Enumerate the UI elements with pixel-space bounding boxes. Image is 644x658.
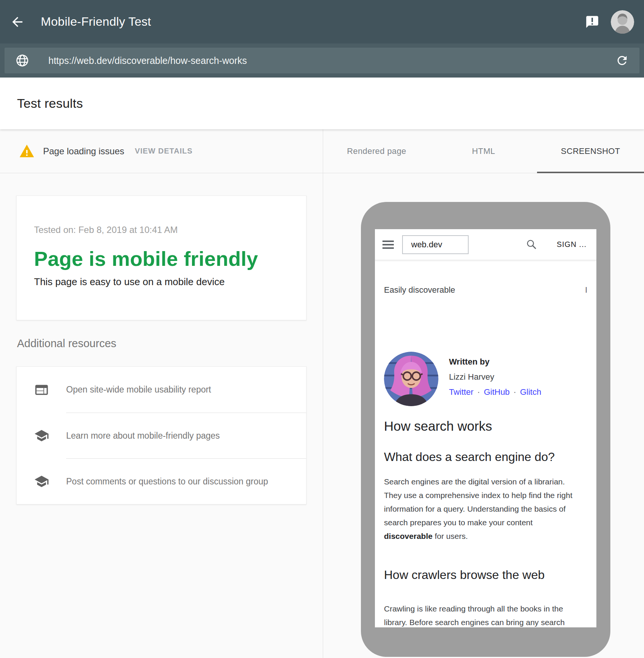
section-heading-search-engine: What does a search engine do? [384, 449, 587, 464]
refresh-icon[interactable] [615, 54, 629, 67]
phone-screen: web.dev SIGN ... Easily discoverable I [375, 229, 596, 627]
issue-label: Page loading issues [43, 146, 124, 157]
resource-label: Open site-wide mobile usability report [66, 367, 306, 413]
page-title: Test results [17, 96, 83, 111]
search-icon [526, 239, 538, 251]
page-label: Easily discoverable [384, 285, 455, 295]
hamburger-icon [382, 241, 394, 249]
author-name: Lizzi Harvey [449, 372, 541, 382]
app-title: Mobile-Friendly Test [41, 15, 151, 29]
url-field[interactable]: https://web.dev/discoverable/how-search-… [5, 48, 639, 73]
resource-item-usability-report[interactable]: Open site-wide mobile usability report [17, 367, 306, 413]
site-nav: web.dev SIGN ... [375, 229, 596, 260]
verdict-text: Page is mobile friendly [34, 247, 289, 271]
user-avatar[interactable] [611, 10, 634, 34]
resource-label: Learn more about mobile-friendly pages [66, 413, 306, 458]
back-arrow-icon[interactable] [10, 14, 25, 29]
content: Page loading issues VIEW DETAILS Tested … [0, 129, 644, 658]
warning-icon [18, 143, 36, 159]
paragraph-search-engines: Search engines are the digital version o… [384, 475, 587, 529]
author-links: Twitter·GitHub·Glitch [449, 387, 541, 397]
author-avatar [384, 352, 438, 406]
page-label-right: I [585, 285, 587, 295]
report-icon [17, 367, 66, 413]
author-info: Written by Lizzi Harvey Twitter·GitHub·G… [449, 352, 541, 406]
paragraph-crawling: Crawling is like reading through all the… [384, 602, 587, 627]
url-text: https://web.dev/discoverable/how-search-… [48, 55, 247, 66]
globe-icon [15, 53, 29, 68]
article-title: How search works [384, 418, 587, 434]
section-heading-crawlers: How crawlers browse the web [384, 567, 587, 582]
result-card: Tested on: Feb 8, 2019 at 10:41 AM Page … [16, 196, 307, 320]
phone-mockup: web.dev SIGN ... Easily discoverable I [361, 202, 610, 657]
resource-item-learn-more[interactable]: Learn more about mobile-friendly pages [17, 413, 306, 458]
resource-label: Post comments or questions to our discus… [66, 458, 306, 504]
app-bar: Mobile-Friendly Test [0, 0, 644, 43]
issue-row: Page loading issues VIEW DETAILS [0, 129, 323, 173]
right-panel: Rendered page HTML SCREENSHOT web.dev SI… [323, 129, 644, 658]
verdict-subtext: This page is easy to use on a mobile dev… [34, 275, 289, 288]
url-bar: https://web.dev/discoverable/how-search-… [0, 43, 644, 78]
sign-in-label: SIGN ... [557, 240, 587, 249]
left-panel: Page loading issues VIEW DETAILS Tested … [0, 129, 323, 658]
school-icon [17, 413, 66, 458]
paragraph-search-engines-last-line: discoverable for users. [384, 529, 587, 543]
tab-html[interactable]: HTML [430, 129, 537, 173]
additional-resources-title: Additional resources [17, 328, 307, 350]
tab-screenshot[interactable]: SCREENSHOT [537, 129, 644, 173]
glitch-link: Glitch [520, 387, 541, 397]
written-by-label: Written by [449, 357, 541, 367]
github-link: GitHub [484, 387, 509, 397]
school-icon [17, 458, 66, 504]
author-block: Written by Lizzi Harvey Twitter·GitHub·G… [384, 352, 587, 406]
tab-rendered-page[interactable]: Rendered page [323, 129, 430, 173]
feedback-icon[interactable] [585, 15, 599, 29]
preview-tabs: Rendered page HTML SCREENSHOT [323, 129, 644, 173]
resources-card: Open site-wide mobile usability report L… [16, 366, 307, 504]
resource-item-discussion-group[interactable]: Post comments or questions to our discus… [17, 458, 306, 504]
view-details-button[interactable]: VIEW DETAILS [135, 147, 193, 155]
breadcrumb-row: Easily discoverable I [375, 285, 596, 295]
left-body: Tested on: Feb 8, 2019 at 10:41 AM Page … [0, 196, 323, 504]
twitter-link: Twitter [449, 387, 474, 397]
page-header: Test results [0, 78, 644, 129]
tested-on-text: Tested on: Feb 8, 2019 at 10:41 AM [34, 225, 289, 235]
site-search-box: web.dev [402, 235, 469, 254]
